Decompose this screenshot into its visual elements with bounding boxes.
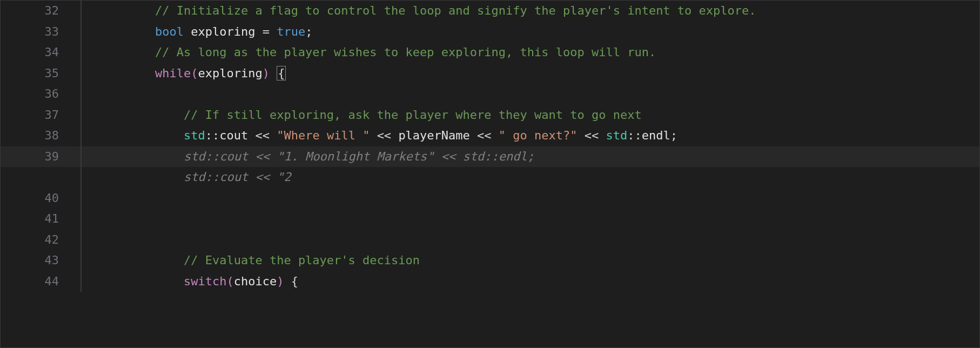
code-content[interactable]: // Initialize a flag to control the loop… <box>82 1 979 22</box>
code-content[interactable]: // If still exploring, ask the player wh… <box>82 105 979 126</box>
code-content[interactable] <box>82 209 979 230</box>
code-content[interactable]: while(exploring) { <box>82 63 979 84</box>
token-plain <box>270 129 277 142</box>
token-comment: // Evaluate the player's decision <box>184 253 420 267</box>
code-content[interactable]: std::cout << "2 <box>82 167 979 188</box>
token-operator: << <box>255 129 270 142</box>
token-plain <box>255 25 262 38</box>
code-content[interactable] <box>82 188 979 209</box>
code-content[interactable]: // Evaluate the player's decision <box>82 250 979 271</box>
code-line[interactable]: 32 // Initialize a flag to control the l… <box>1 1 979 22</box>
line-number <box>1 167 80 188</box>
line-number: 42 <box>1 230 80 251</box>
token-namespace: std <box>606 129 628 142</box>
token-punctuation: ; <box>670 129 677 142</box>
token-identifier: playerName <box>398 129 469 142</box>
token-plain <box>391 129 398 142</box>
token-identifier: choice <box>234 275 277 288</box>
token-keyword-type: bool <box>155 25 184 38</box>
code-line[interactable]: 35 while(exploring) { <box>1 63 979 84</box>
token-double-colon: :: <box>205 129 220 142</box>
token-punctuation: { <box>291 275 298 288</box>
code-line[interactable]: 42 <box>1 230 979 251</box>
line-number: 41 <box>1 209 80 230</box>
code-line[interactable]: 36 <box>1 84 979 105</box>
token-string: " go next?" <box>499 129 578 142</box>
line-number: 39 <box>1 146 80 168</box>
token-double-colon: :: <box>627 129 642 142</box>
token-string: "Where will " <box>277 129 370 142</box>
token-namespace: std <box>184 129 205 142</box>
code-content[interactable] <box>82 230 979 251</box>
code-editor[interactable]: 32 // Initialize a flag to control the l… <box>1 1 979 347</box>
token-operator: << <box>585 129 599 142</box>
code-content[interactable]: std::cout << "1. Moonlight Markets" << s… <box>82 146 979 168</box>
token-ghost-text: std::cout << "2 <box>184 170 291 184</box>
token-operator: = <box>263 25 270 38</box>
token-identifier: exploring <box>198 66 262 80</box>
token-plain <box>470 129 477 142</box>
token-paren-highlight: ) <box>263 66 270 80</box>
token-plain <box>284 275 291 288</box>
code-line[interactable]: 34 // As long as the player wishes to ke… <box>1 42 979 63</box>
token-plain <box>270 25 277 38</box>
token-identifier: cout <box>219 129 248 142</box>
code-line[interactable]: 39 std::cout << "1. Moonlight Markets" <… <box>1 146 979 168</box>
line-number: 43 <box>1 250 80 271</box>
line-number: 33 <box>1 22 80 43</box>
token-plain <box>270 66 277 80</box>
token-identifier: endl <box>642 129 670 142</box>
code-content[interactable]: switch(choice) { <box>82 271 979 292</box>
token-comment: // Initialize a flag to control the loop… <box>155 4 756 17</box>
token-operator: << <box>477 129 492 142</box>
token-plain <box>370 129 377 142</box>
token-keyword-control: while <box>155 66 191 80</box>
line-number: 38 <box>1 125 80 146</box>
token-plain <box>599 129 606 142</box>
code-content[interactable]: // As long as the player wishes to keep … <box>82 42 979 63</box>
token-paren-highlight: ( <box>191 66 198 80</box>
token-ghost-text: std::cout << "1. Moonlight Markets" << s… <box>184 150 534 163</box>
line-number: 37 <box>1 105 80 126</box>
line-number: 40 <box>1 188 80 209</box>
token-operator: << <box>377 129 392 142</box>
code-content[interactable] <box>82 84 979 105</box>
token-comment: // As long as the player wishes to keep … <box>155 45 656 59</box>
code-content[interactable]: std::cout << "Where will " << playerName… <box>82 125 979 146</box>
line-number: 35 <box>1 63 80 84</box>
code-content[interactable]: bool exploring = true; <box>82 22 979 43</box>
code-line[interactable]: 37 // If still exploring, ask the player… <box>1 105 979 126</box>
token-keyword-value: true <box>277 25 305 38</box>
token-plain <box>492 129 499 142</box>
token-paren-highlight: ( <box>226 275 233 288</box>
line-number: 44 <box>1 271 80 292</box>
line-number: 36 <box>1 84 80 105</box>
token-keyword-control: switch <box>184 275 226 288</box>
code-line[interactable]: std::cout << "2 <box>1 167 979 188</box>
token-punctuation: ; <box>305 25 312 38</box>
token-plain <box>184 25 191 38</box>
token-comment: // If still exploring, ask the player wh… <box>184 108 642 122</box>
token-plain <box>578 129 585 142</box>
token-identifier: exploring <box>191 25 255 38</box>
code-line[interactable]: 44 switch(choice) { <box>1 271 979 292</box>
token-brace-match: { <box>277 66 286 81</box>
code-line[interactable]: 43 // Evaluate the player's decision <box>1 250 979 271</box>
code-line[interactable]: 33 bool exploring = true; <box>1 22 979 43</box>
line-number: 32 <box>1 1 80 22</box>
token-plain <box>248 129 255 142</box>
code-line[interactable]: 41 <box>1 209 979 230</box>
line-number: 34 <box>1 42 80 63</box>
code-line[interactable]: 40 <box>1 188 979 209</box>
code-line[interactable]: 38 std::cout << "Where will " << playerN… <box>1 125 979 146</box>
token-paren-highlight: ) <box>277 275 284 288</box>
